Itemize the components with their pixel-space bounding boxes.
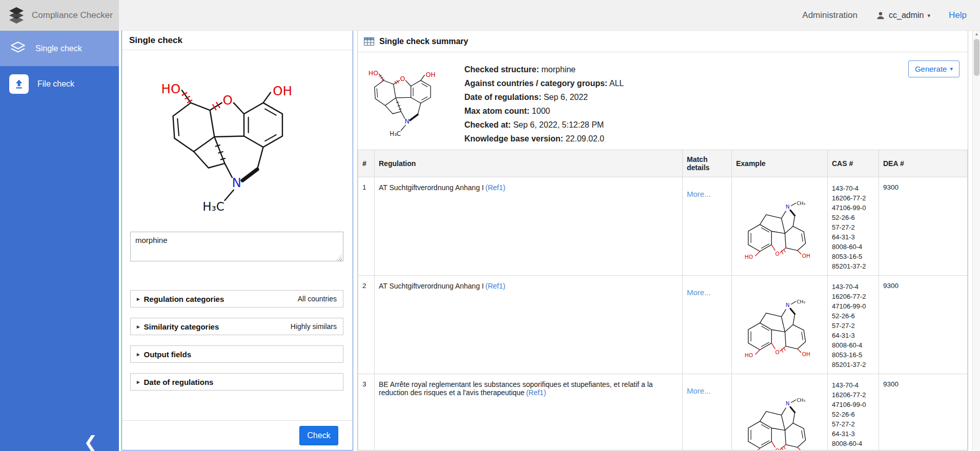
example-cell (732, 276, 828, 374)
app-brand: Compliance Checker (0, 0, 119, 31)
summary-field: Date of regulations: Sep 6, 2022 (464, 90, 624, 104)
example-structure (744, 292, 815, 359)
sidebar-item-label: File check (37, 79, 74, 89)
row-number: 1 (358, 177, 375, 276)
check-button[interactable]: Check (299, 426, 338, 445)
dea-cell: 9300 (879, 374, 968, 451)
regulation-categories-section[interactable]: ▸ Regulation categories All countries (130, 290, 343, 308)
summary-field: Checked structure: morphine (464, 63, 624, 76)
option-label: Output fields (144, 350, 192, 359)
expand-arrow-icon: ▸ (137, 323, 140, 330)
more-link[interactable]: More... (687, 190, 711, 198)
sidebar-item-label: Single check (35, 44, 82, 53)
app-title: Compliance Checker (32, 10, 113, 20)
options-list: ▸ Regulation categories All countries ▸ … (122, 290, 353, 391)
app-logo-icon (7, 6, 26, 25)
col-header-example: Example (732, 150, 828, 177)
regulation-cell: AT Suchtgiftverordnung Anhang I(Ref1) (375, 276, 683, 374)
table-row: 1 AT Suchtgiftverordnung Anhang I(Ref1) … (358, 177, 968, 276)
top-bar: Compliance Checker Administration cc_adm… (0, 0, 980, 31)
panel-title: Single check (122, 31, 353, 50)
caret-down-icon: ▾ (950, 66, 953, 72)
regulation-text: BE Arrête royal reglementant les substan… (379, 380, 653, 397)
single-check-summary-panel: Single check summary Checked structure: … (357, 30, 968, 450)
dea-cell: 9300 (879, 276, 968, 374)
generate-button[interactable]: Generate ▾ (908, 60, 959, 77)
administration-link[interactable]: Administration (802, 10, 858, 20)
single-check-panel: Single check morphine ▸ Regulation categ… (121, 30, 353, 450)
structure-editor-canvas[interactable] (122, 50, 353, 229)
top-nav: Administration cc_admin ▾ Help (802, 0, 967, 31)
username: cc_admin (889, 11, 924, 20)
expand-arrow-icon: ▸ (137, 379, 140, 385)
table-row: 3 BE Arrête royal reglementant les subst… (358, 374, 968, 451)
output-fields-section[interactable]: ▸ Output fields (130, 345, 343, 363)
help-link[interactable]: Help (949, 10, 967, 20)
scrollbar-thumb[interactable] (974, 39, 979, 76)
col-header-dea: DEA # (879, 150, 968, 177)
scrollbar-up-arrow-icon[interactable]: ▲ (973, 31, 980, 38)
summary-field: Against countries / category groups: ALL (464, 76, 624, 90)
sidebar: Single check File check ❮ (0, 31, 119, 451)
file-check-icon (9, 74, 29, 94)
example-cell (732, 177, 828, 276)
similarity-categories-section[interactable]: ▸ Similarity categories Highly similars (130, 318, 343, 335)
caret-down-icon: ▾ (928, 12, 931, 19)
match-details-cell: More... (683, 276, 732, 374)
option-label: Regulation categories (144, 295, 224, 303)
example-structure (744, 193, 815, 260)
option-value: Highly similars (291, 322, 337, 331)
user-menu[interactable]: cc_admin ▾ (876, 11, 930, 20)
page-scrollbar[interactable]: ▲ (972, 31, 980, 451)
summary-info: Checked structure: morphine Against coun… (358, 52, 968, 150)
results-header-row: # Regulation Match details Example CAS #… (358, 150, 968, 177)
sidebar-item-file-check[interactable]: File check (0, 66, 119, 101)
checked-structure-thumbnail (364, 58, 451, 140)
ref-link[interactable]: (Ref1) (485, 282, 505, 290)
structure-name-input[interactable]: morphine (130, 232, 343, 261)
regulation-cell: BE Arrête royal reglementant les substan… (375, 374, 683, 451)
regulation-text: AT Suchtgiftverordnung Anhang I (379, 282, 484, 290)
date-of-regulations-section[interactable]: ▸ Date of regulations (130, 373, 343, 391)
example-cell (732, 374, 828, 451)
regulation-cell: AT Suchtgiftverordnung Anhang I(Ref1) (375, 177, 683, 276)
more-link[interactable]: More... (687, 386, 711, 395)
expand-arrow-icon: ▸ (137, 351, 140, 358)
user-icon (876, 11, 885, 20)
option-label: Date of regulations (144, 378, 214, 386)
col-header-regulation: Regulation (375, 150, 683, 177)
summary-field: Checked at: Sep 6, 2022, 5:12:28 PM (464, 118, 624, 132)
summary-field: Knowledge base version: 22.09.02.0 (464, 132, 624, 146)
cas-cell: 143-70-416206-77-247106-99-052-26-657-27… (828, 374, 879, 451)
col-header-cas: CAS # (828, 150, 879, 177)
col-header-num: # (358, 150, 375, 177)
summary-fields: Checked structure: morphine Against coun… (464, 58, 624, 146)
summary-title: Single check summary (379, 37, 468, 46)
morphine-structure-drawing (152, 60, 322, 219)
results-table: # Regulation Match details Example CAS #… (358, 150, 968, 450)
table-row: 2 AT Suchtgiftverordnung Anhang I(Ref1) … (358, 276, 968, 374)
more-link[interactable]: More... (687, 288, 711, 297)
page: OH O HO N H₃C HO O OH N CH₃ (0, 0, 980, 451)
row-number: 2 (358, 276, 375, 374)
single-check-icon (9, 40, 27, 57)
form-footer: Check (122, 420, 353, 450)
summary-table-icon (364, 37, 374, 46)
match-details-cell: More... (683, 374, 732, 451)
ref-link[interactable]: (Ref1) (526, 388, 546, 397)
expand-arrow-icon: ▸ (137, 296, 140, 302)
regulation-text: AT Suchtgiftverordnung Anhang I (379, 183, 484, 192)
sidebar-item-single-check[interactable]: Single check (0, 31, 119, 66)
cas-cell: 143-70-416206-77-247106-99-052-26-657-27… (828, 177, 879, 276)
collapse-sidebar-chevron-icon[interactable]: ❮ (84, 434, 97, 450)
option-label: Similarity categories (144, 322, 219, 331)
dea-cell: 9300 (879, 177, 968, 276)
row-number: 3 (358, 374, 375, 451)
col-header-match-details: Match details (683, 150, 732, 177)
summary-field: Max atom count: 1000 (464, 104, 624, 118)
cas-cell: 143-70-416206-77-247106-99-052-26-657-27… (828, 276, 879, 374)
example-structure (744, 390, 815, 451)
structure-input-wrap: morphine (130, 232, 343, 263)
ref-link[interactable]: (Ref1) (485, 183, 505, 192)
summary-header: Single check summary (358, 31, 968, 52)
